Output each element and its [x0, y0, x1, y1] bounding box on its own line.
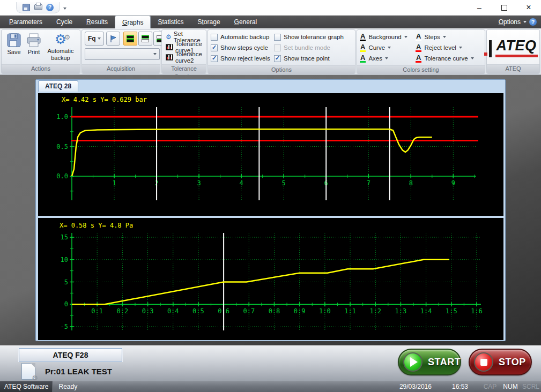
- checkbox-set-bundle-mode[interactable]: Set bundle mode: [274, 44, 352, 51]
- save-button[interactable]: Save: [4, 32, 24, 57]
- checkbox-automatic-backup[interactable]: Automatic backup: [211, 34, 274, 41]
- device-name-box: ATEQ F28: [19, 348, 122, 361]
- color-setting-reject-level[interactable]: AReject level: [416, 43, 483, 52]
- options-menu[interactable]: Options ?: [499, 16, 541, 28]
- svg-text:3: 3: [197, 179, 201, 187]
- tolerance-curve-icon: [166, 44, 173, 50]
- svg-text:0.5: 0.5: [56, 143, 68, 150]
- checkbox-box[interactable]: [211, 44, 218, 51]
- svg-text:10: 10: [60, 256, 68, 263]
- checkbox-show-steps-cycle[interactable]: Show steps cycle: [211, 44, 274, 51]
- group-title-ateq: ATEQ: [487, 64, 539, 73]
- checkbox-show-trace-point[interactable]: Show trace point: [274, 55, 352, 62]
- layout-both-button[interactable]: [123, 32, 137, 46]
- tab-storage[interactable]: Storage: [191, 16, 227, 28]
- graph-pane-top: [127, 35, 134, 39]
- svg-text:0: 0: [64, 300, 68, 308]
- marker-flag-button[interactable]: [106, 32, 120, 46]
- checkbox-box[interactable]: [274, 34, 281, 41]
- save-icon[interactable]: [22, 3, 31, 12]
- keyboard-indicators: CAPNUMSCRL: [480, 383, 541, 390]
- automatic-backup-button[interactable]: ⚙⚙ Automatic backup: [44, 32, 77, 62]
- tab-results[interactable]: Results: [79, 16, 115, 28]
- color-setting-tolerance-curve[interactable]: ATolerance curve: [416, 54, 483, 63]
- color-setting-label: Axes: [368, 55, 382, 62]
- font-color-icon: A: [360, 33, 366, 42]
- checkbox-label: Show steps cycle: [220, 44, 268, 51]
- svg-text:9: 9: [451, 179, 455, 187]
- group-title-tolerance-graphs: Tolerance Graphs: [162, 64, 206, 73]
- tab-general[interactable]: General: [227, 16, 264, 28]
- stop-icon: [474, 352, 493, 372]
- workspace: ATEQ 28 1234567890.00.51.0X= 4.42 s Y= 0…: [0, 75, 541, 345]
- font-color-icon: A: [416, 43, 421, 52]
- printer-icon: [25, 33, 42, 48]
- chevron-down-icon: [385, 57, 388, 59]
- gear-icon: ⚙⚙: [55, 33, 66, 47]
- color-setting-curve[interactable]: ACurve: [360, 43, 416, 52]
- device-name: ATEQ F28: [53, 351, 88, 359]
- restore-button[interactable]: [492, 0, 516, 15]
- checkbox-box[interactable]: [274, 44, 281, 51]
- svg-text:1: 1: [112, 179, 116, 187]
- checkbox-show-reject-levels[interactable]: Show reject levels: [211, 55, 274, 62]
- acquisition-combobox[interactable]: [85, 48, 160, 60]
- pressure-graph-canvas[interactable]: 1234567890.00.51.0X= 4.42 s Y= 0.629 bar: [38, 93, 503, 216]
- tab-graphs[interactable]: Graphs: [115, 16, 151, 28]
- svg-text:8: 8: [409, 179, 412, 187]
- graph-pane-bottom: [142, 39, 149, 42]
- start-button[interactable]: START: [398, 349, 461, 375]
- tab-statistics[interactable]: Statistics: [151, 16, 190, 28]
- leak-graph-canvas[interactable]: 0:10:20:30:40:50:60:70:80:91:01:11:21:31…: [38, 218, 503, 340]
- svg-text:5: 5: [64, 278, 68, 286]
- document-tab[interactable]: ATEQ 28: [38, 80, 78, 92]
- svg-text:1:0: 1:0: [319, 307, 331, 315]
- color-setting-label: Background: [368, 34, 401, 40]
- tab-cycle[interactable]: Cycle: [49, 16, 79, 28]
- checkbox-box[interactable]: [211, 34, 218, 41]
- fq-button[interactable]: Fq: [85, 32, 104, 46]
- font-color-icon: A: [360, 54, 366, 63]
- save-label: Save: [7, 49, 20, 56]
- checkbox-box[interactable]: [211, 55, 218, 62]
- color-setting-background[interactable]: ABackground: [360, 33, 416, 42]
- svg-text:0:4: 0:4: [167, 307, 179, 315]
- checkbox-label: Show trace point: [284, 55, 330, 62]
- graph-window: ATEQ 28 1234567890.00.51.0X= 4.42 s Y= 0…: [35, 79, 506, 341]
- graph-panel-body: 1234567890.00.51.0X= 4.42 s Y= 0.629 bar…: [36, 92, 505, 342]
- chevron-down-icon: [443, 36, 446, 38]
- group-title-actions: Actions: [2, 64, 80, 73]
- color-setting-label: Curve: [368, 44, 385, 51]
- minimize-button[interactable]: –: [467, 0, 492, 15]
- help-icon[interactable]: ?: [529, 18, 537, 26]
- quick-access-toolbar: ?: [16, 2, 60, 13]
- svg-text:4: 4: [239, 179, 243, 187]
- program-name: Pr:01 LEAK TEST: [45, 367, 112, 376]
- checkbox-show-tolerance-graph[interactable]: Show tolerance graph: [274, 34, 352, 41]
- checkbox-label: Set bundle mode: [284, 44, 330, 51]
- color-setting-axes[interactable]: AAxes: [360, 54, 416, 63]
- footer-bar: ATEQ F28 Pr:01 LEAK TEST START STOP: [0, 345, 541, 381]
- tab-parameters[interactable]: Parameters: [2, 16, 49, 28]
- ribbon-group-tolerance-graphs: ⚙Set ToleranceTolerance curve1Tolerance …: [161, 29, 206, 74]
- tolerance-curve2-label: Tolerance curve2: [175, 51, 202, 64]
- print-icon[interactable]: [34, 3, 42, 12]
- tolerance-curve-icon: [166, 54, 173, 61]
- status-right: 29/03/2016 16:53 CAPNUMSCRL: [399, 383, 541, 390]
- print-button[interactable]: Print: [24, 32, 44, 57]
- font-color-icon: A: [416, 54, 421, 63]
- svg-text:1:5: 1:5: [445, 307, 457, 315]
- graph-layout-toggles: [123, 32, 167, 46]
- checkbox-box[interactable]: [274, 55, 281, 62]
- qat-customize-caret-icon[interactable]: [63, 4, 66, 11]
- close-button[interactable]: ×: [516, 0, 541, 15]
- help-icon[interactable]: ?: [46, 3, 54, 12]
- document-tab-label: ATEQ 28: [45, 82, 71, 90]
- tolerance-curve2-button[interactable]: Tolerance curve2: [165, 52, 203, 63]
- layout-top-button[interactable]: [138, 32, 152, 46]
- ribbon-group-actions: Save Print ⚙⚙ Automatic backup Actions: [1, 29, 80, 74]
- play-icon: [403, 352, 423, 372]
- stop-button[interactable]: STOP: [469, 349, 532, 375]
- color-setting-steps[interactable]: ASteps: [416, 33, 483, 42]
- program-document-icon[interactable]: [21, 363, 35, 380]
